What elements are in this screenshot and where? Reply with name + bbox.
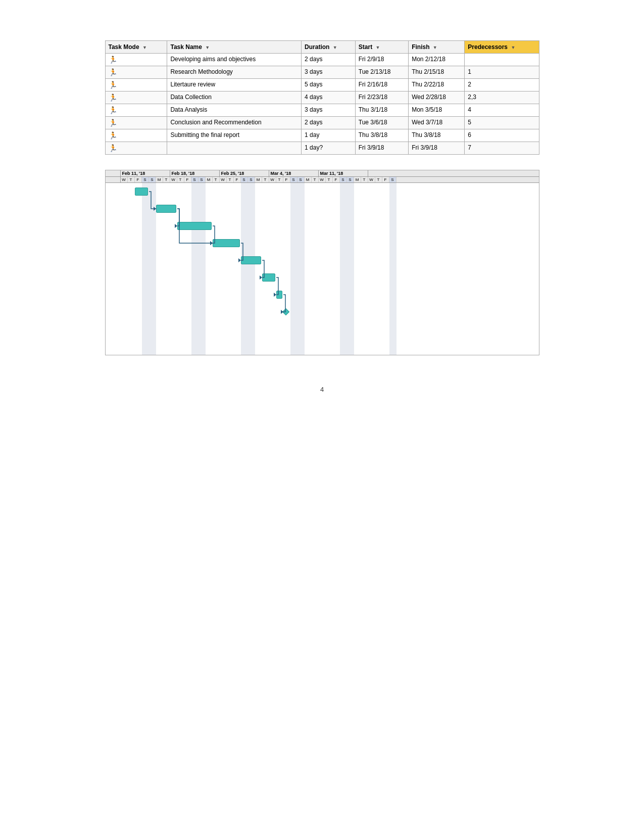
- cell-duration: 4 days: [302, 91, 356, 104]
- cell-finish: Wed 2/28/18: [409, 91, 465, 104]
- weekend-shade: [290, 183, 298, 355]
- cell-finish: Mon 3/5/18: [409, 104, 465, 117]
- cell-finish: Wed 3/7/18: [409, 117, 465, 129]
- col-header-finish[interactable]: Finish ▼: [409, 41, 465, 54]
- day-cell: T: [227, 177, 234, 182]
- cell-predecessors: 2: [465, 79, 539, 91]
- week-label: Feb 18, '18: [170, 170, 220, 176]
- connector-arrow: [175, 224, 177, 228]
- gantt-bar: [135, 188, 148, 196]
- week-label: Feb 25, '18: [220, 170, 269, 176]
- weekend-shade: [191, 183, 199, 355]
- cell-predecessors: 2,3: [465, 91, 539, 104]
- day-cell: S: [241, 177, 248, 182]
- col-header-task-mode[interactable]: Task Mode ▼: [105, 41, 167, 54]
- task-mode-icon: 🏃: [109, 144, 117, 152]
- cell-task-name: Developing aims and objectives: [167, 54, 302, 66]
- cell-task-mode: 🏃: [105, 79, 167, 91]
- weekend-shade: [149, 183, 156, 355]
- cell-task-mode: 🏃: [105, 91, 167, 104]
- cell-task-mode: 🏃: [105, 142, 167, 155]
- day-cell: W: [368, 177, 375, 182]
- task-mode-icon: 🏃: [109, 94, 117, 102]
- cell-finish: Thu 3/8/18: [409, 129, 465, 142]
- connector-arrow: [210, 241, 213, 245]
- cell-task-mode: 🏃: [105, 54, 167, 66]
- week-label: Mar 4, '18: [269, 170, 319, 176]
- task-mode-icon: 🏃: [109, 56, 117, 64]
- gantt-bar: [276, 291, 282, 299]
- table-body: 🏃Developing aims and objectives2 daysFri…: [105, 54, 539, 155]
- connector-arrow: [260, 275, 262, 280]
- cell-task-mode: 🏃: [105, 104, 167, 117]
- day-cell: F: [283, 177, 290, 182]
- cell-task-mode: 🏃: [105, 129, 167, 142]
- gantt-bar: [213, 239, 240, 247]
- col-header-duration[interactable]: Duration ▼: [302, 41, 356, 54]
- day-cell: S: [290, 177, 298, 182]
- cell-duration: 3 days: [302, 104, 356, 117]
- cell-task-name: Data Collection: [167, 91, 302, 104]
- cell-duration: 3 days: [302, 66, 356, 79]
- cell-start: Thu 3/8/18: [355, 129, 408, 142]
- col-header-task-name[interactable]: Task Name ▼: [167, 41, 302, 54]
- day-cell: T: [262, 177, 269, 182]
- gantt-bar: [177, 222, 212, 230]
- day-cell: S: [347, 177, 354, 182]
- day-cell: S: [389, 177, 397, 182]
- cell-task-name: Data Analysis: [167, 104, 302, 117]
- week-spacer: [106, 170, 121, 176]
- cell-task-mode: 🏃: [105, 66, 167, 79]
- cell-task-mode: 🏃: [105, 117, 167, 129]
- cell-start: Fri 2/23/18: [355, 91, 408, 104]
- table-row: 🏃Litertaure review5 daysFri 2/16/18Thu 2…: [105, 79, 539, 91]
- cell-start: Fri 2/16/18: [355, 79, 408, 91]
- cell-start: Tue 2/13/18: [355, 66, 408, 79]
- table-header-row: Task Mode ▼ Task Name ▼ Duration ▼ Start…: [105, 41, 539, 54]
- day-cell: T: [326, 177, 333, 182]
- day-cell: M: [305, 177, 312, 182]
- connector-arrow: [274, 293, 276, 297]
- cell-finish: Mon 2/12/18: [409, 54, 465, 66]
- col-header-start[interactable]: Start ▼: [355, 41, 408, 54]
- filter-icon-task-name: ▼: [205, 45, 210, 50]
- day-cell: M: [354, 177, 361, 182]
- day-cell: T: [312, 177, 319, 182]
- day-cell: F: [333, 177, 340, 182]
- weekend-shade: [340, 183, 347, 355]
- day-cell: M: [206, 177, 213, 182]
- day-cell: W: [319, 177, 326, 182]
- day-cell: W: [121, 177, 128, 182]
- chart-header: Feb 11, '18Feb 18, '18Feb 25, '18Mar 4, …: [106, 170, 539, 183]
- weekend-shade: [199, 183, 206, 355]
- gantt-bar: [156, 205, 176, 213]
- task-mode-icon: 🏃: [109, 131, 117, 140]
- cell-finish: Fri 3/9/18: [409, 142, 465, 155]
- filter-icon-finish: ▼: [433, 45, 437, 50]
- week-row: Feb 11, '18Feb 18, '18Feb 25, '18Mar 4, …: [106, 170, 539, 177]
- day-cell: T: [163, 177, 170, 182]
- cell-predecessors: 7: [465, 142, 539, 155]
- cell-finish: Thu 2/15/18: [409, 66, 465, 79]
- gantt-bar: [241, 256, 261, 264]
- gantt-table: Task Mode ▼ Task Name ▼ Duration ▼ Start…: [105, 40, 539, 155]
- week-label: Mar 11, '18: [319, 170, 368, 176]
- day-cell: T: [361, 177, 368, 182]
- task-mode-icon: 🏃: [109, 119, 117, 127]
- cell-predecessors: 1: [465, 66, 539, 79]
- connector-arrow: [210, 241, 213, 245]
- table-row: 🏃Developing aims and objectives2 daysFri…: [105, 54, 539, 66]
- weekend-shade: [389, 183, 397, 355]
- day-cell: S: [149, 177, 156, 182]
- cell-predecessors: 5: [465, 117, 539, 129]
- table-row: 🏃Research Methodology3 daysTue 2/13/18Th…: [105, 66, 539, 79]
- cell-task-name: Research Methodology: [167, 66, 302, 79]
- cell-task-name: [167, 142, 302, 155]
- cell-duration: 1 day?: [302, 142, 356, 155]
- day-cell: T: [177, 177, 184, 182]
- task-mode-icon: 🏃: [109, 68, 117, 76]
- col-header-predecessors[interactable]: Predecessors ▼: [465, 41, 539, 54]
- cell-task-name: Submitting the final report: [167, 129, 302, 142]
- page: Task Mode ▼ Task Name ▼ Duration ▼ Start…: [0, 0, 644, 834]
- gantt-bar: [262, 273, 275, 282]
